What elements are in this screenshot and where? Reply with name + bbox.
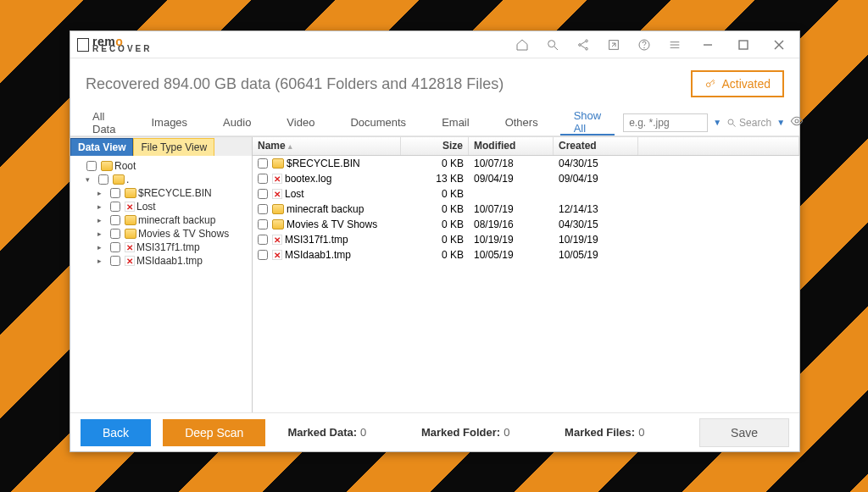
tab-show-all[interactable]: Show All [560,109,615,135]
tree-item[interactable]: ▸✕MSIdaab1.tmp [97,254,248,268]
col-extra[interactable] [638,137,799,155]
expand-icon[interactable]: ▸ [97,229,106,238]
row-checkbox[interactable] [258,174,268,184]
col-name[interactable]: Name ▴ [253,137,401,155]
key-icon [704,78,716,90]
col-created[interactable]: Created [554,137,638,155]
footer: Back Deep Scan Marked Data: 0 Marked Fol… [70,412,799,451]
filter-search-input[interactable] [623,113,708,132]
tree-checkbox[interactable] [110,215,120,225]
file-size: 0 KB [401,246,469,263]
folder-icon [113,174,125,185]
col-modified[interactable]: Modified [469,137,554,155]
tree-item-label: $RECYCLE.BIN [138,187,212,199]
table-row[interactable]: ✕Lost0 KB [253,186,799,202]
tab-all-data[interactable]: All Data [79,109,129,135]
svg-point-18 [728,119,733,124]
eye-icon[interactable] [790,114,804,130]
logo-text-2: o [115,35,123,48]
maximize-button[interactable] [730,35,757,55]
tab-audio[interactable]: Audio [209,109,264,135]
row-checkbox[interactable] [258,158,268,169]
tree-checkbox[interactable] [110,188,120,198]
file-name: MSIdaab1.tmp [285,249,351,261]
table-row[interactable]: Movies & TV Shows0 KB08/19/1604/30/15 [253,217,799,232]
tab-others[interactable]: Others [492,109,552,135]
expand-icon[interactable]: ▸ [97,216,106,224]
row-checkbox[interactable] [258,204,268,214]
tree-item-label: Lost [136,201,156,213]
tab-video[interactable]: Video [273,109,328,135]
row-checkbox[interactable] [258,219,268,229]
tree-item[interactable]: ▸✕Lost [97,200,248,213]
summary-text: Recovered 894.00 GB data (60641 Folders … [86,75,504,93]
file-created: 10/19/19 [554,231,638,248]
tree-checkbox[interactable] [110,256,120,266]
tree-root[interactable]: Root [74,159,248,173]
tree-dot[interactable]: ▾ . [86,173,248,186]
row-checkbox[interactable] [258,250,268,260]
expand-icon[interactable]: ▸ [97,202,106,211]
folder-tree[interactable]: Root ▾ . ▸$RECYCLE.BIN▸✕Lost▸minecraft b… [70,156,252,412]
search-icon[interactable] [542,35,564,55]
expand-icon[interactable]: ▸ [97,189,106,197]
tree-item[interactable]: ▸✕MSI317f1.tmp [97,240,248,254]
table-row[interactable]: ✕bootex.log13 KB09/04/1909/04/19 [253,171,799,186]
search-button[interactable]: Search [726,117,771,129]
row-checkbox[interactable] [258,189,268,199]
tab-file-type-view[interactable]: File Type View [133,138,214,156]
table-row[interactable]: ✕MSI317f1.tmp0 KB10/19/1910/19/19 [253,232,799,247]
tree-checkbox[interactable] [98,174,108,185]
tab-data-view[interactable]: Data View [70,138,133,156]
titlebar-actions [511,35,793,55]
tab-email[interactable]: Email [428,109,483,135]
chevron-down-icon[interactable]: ▼ [776,118,785,127]
folder-icon [125,229,136,239]
chevron-down-icon[interactable]: ▼ [713,118,721,127]
folder-icon [125,188,136,198]
tree-item[interactable]: ▸$RECYCLE.BIN [97,186,248,200]
svg-line-19 [733,124,736,126]
table-row[interactable]: minecraft backup0 KB10/07/1912/14/13 [253,202,799,217]
save-button[interactable]: Save [699,418,789,447]
file-modified: 10/19/19 [469,231,554,248]
tree-checkbox[interactable] [110,242,120,252]
help-icon[interactable] [633,35,655,55]
svg-point-4 [586,47,588,50]
row-checkbox[interactable] [258,235,268,245]
tree-checkbox[interactable] [86,161,97,171]
folder-icon [101,161,113,171]
activated-button[interactable]: Activated [691,70,784,97]
tree-checkbox[interactable] [110,229,120,239]
file-size: 0 KB [401,231,469,248]
deep-scan-button[interactable]: Deep Scan [163,419,265,446]
file-name: MSI317f1.tmp [285,234,348,246]
expand-icon[interactable]: ▸ [97,243,106,252]
home-icon[interactable] [511,35,533,55]
tree-item[interactable]: ▸Movies & TV Shows [97,227,248,240]
deleted-icon: ✕ [272,174,282,184]
tab-images[interactable]: Images [137,109,201,135]
minimize-button[interactable] [694,35,721,55]
back-button[interactable]: Back [81,419,151,446]
svg-point-2 [586,40,588,42]
share-icon[interactable] [572,35,594,55]
list-body: $RECYCLE.BIN0 KB10/07/1804/30/15✕bootex.… [253,156,799,412]
file-name: Lost [285,188,304,200]
file-created: 12/14/13 [554,201,638,218]
tab-documents[interactable]: Documents [337,109,420,135]
tree-checkbox[interactable] [110,202,120,212]
file-name: minecraft backup [287,203,364,215]
tree-item[interactable]: ▸minecraft backup [97,213,248,227]
external-link-icon[interactable] [603,35,625,55]
table-row[interactable]: ✕MSIdaab1.tmp0 KB10/05/1910/05/19 [253,247,799,263]
table-row[interactable]: $RECYCLE.BIN0 KB10/07/1804/30/15 [253,156,799,171]
menu-icon[interactable] [664,35,686,55]
close-button[interactable] [765,35,793,55]
file-modified: 09/04/19 [469,170,554,187]
collapse-icon[interactable]: ▾ [86,175,94,184]
marked-files: Marked Files: 0 [565,426,644,439]
file-modified: 10/07/18 [469,155,554,172]
expand-icon[interactable]: ▸ [97,257,106,265]
col-size[interactable]: Size [401,137,469,155]
